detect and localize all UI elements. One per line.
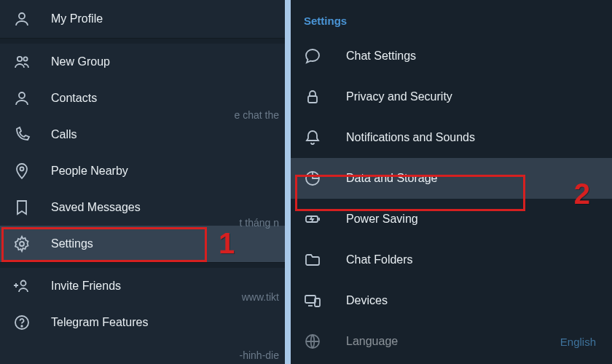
menu-item-label: Telegram Features: [51, 316, 148, 329]
devices-icon: [304, 292, 321, 309]
settings-item-label: Power Saving: [346, 213, 418, 226]
globe-icon: [304, 333, 321, 350]
menu-item-telegram-features[interactable]: Telegram Features: [0, 304, 285, 341]
settings-heading: Settings: [291, 0, 612, 36]
language-value: English: [560, 336, 599, 348]
folder-icon: [304, 251, 321, 269]
svg-point-5: [20, 242, 24, 246]
bookmark-icon: [13, 199, 31, 216]
menu-item-label: People Nearby: [51, 165, 128, 178]
menu-item-label: New Group: [51, 55, 110, 68]
bg-fragment: -hinh-die: [240, 349, 279, 361]
settings-item-label: Privacy and Security: [346, 90, 452, 103]
bell-icon: [304, 129, 321, 146]
settings-item-chat-folders[interactable]: Chat Folders: [291, 240, 612, 280]
group-icon: [13, 53, 31, 71]
svg-point-6: [21, 281, 26, 286]
settings-item-language[interactable]: Language English: [291, 321, 612, 362]
menu-item-label: Contacts: [51, 92, 97, 105]
profile-icon: [13, 10, 31, 28]
drawer-menu-list: My Profile New Group Contacts Calls: [0, 0, 285, 341]
gear-icon: [13, 235, 31, 253]
phone-icon: [13, 126, 31, 143]
settings-item-label: Language: [346, 335, 398, 348]
menu-item-label: Saved Messages: [51, 201, 141, 214]
menu-item-label: Calls: [51, 128, 77, 141]
menu-item-settings[interactable]: Settings: [0, 226, 285, 262]
lock-icon: [304, 88, 321, 106]
contact-icon: [13, 90, 31, 107]
add-user-icon: [13, 277, 31, 295]
pie-chart-icon: [304, 170, 321, 187]
svg-point-1: [17, 57, 22, 61]
settings-item-privacy[interactable]: Privacy and Security: [291, 76, 612, 117]
help-icon: [13, 314, 31, 331]
menu-divider: [0, 262, 285, 268]
nearby-icon: [13, 162, 31, 180]
menu-item-label: Settings: [51, 237, 93, 250]
settings-item-power-saving[interactable]: Power Saving: [291, 199, 612, 240]
svg-rect-9: [308, 96, 317, 103]
menu-item-invite-friends[interactable]: Invite Friends: [0, 268, 285, 304]
settings-item-label: Chat Folders: [346, 253, 413, 266]
svg-point-4: [20, 167, 24, 171]
chat-icon: [304, 47, 321, 65]
svg-point-0: [19, 13, 25, 19]
menu-item-saved-messages[interactable]: Saved Messages: [0, 189, 285, 226]
menu-divider: [0, 38, 285, 44]
svg-rect-12: [305, 296, 315, 303]
menu-item-calls[interactable]: Calls: [0, 116, 285, 153]
menu-item-people-nearby[interactable]: People Nearby: [0, 153, 285, 189]
svg-point-8: [21, 325, 23, 327]
settings-item-data-storage[interactable]: Data and Storage: [291, 158, 612, 199]
menu-item-label: Invite Friends: [51, 280, 121, 293]
settings-panel: Settings Chat Settings Privacy and Secur…: [288, 0, 612, 364]
settings-item-notifications[interactable]: Notifications and Sounds: [291, 117, 612, 158]
svg-point-2: [23, 57, 27, 60]
drawer-menu-panel: e chat the t tháng n www.tikt -hinh-die …: [0, 0, 288, 364]
annotation-step-2: 2: [574, 178, 590, 210]
menu-item-new-group[interactable]: New Group: [0, 44, 285, 80]
settings-item-label: Data and Storage: [346, 172, 437, 185]
settings-item-label: Notifications and Sounds: [346, 131, 475, 144]
settings-item-devices[interactable]: Devices: [291, 280, 612, 321]
settings-item-label: Devices: [346, 294, 388, 307]
settings-item-chat-settings[interactable]: Chat Settings: [291, 36, 612, 76]
settings-item-label: Chat Settings: [346, 50, 416, 63]
menu-item-contacts[interactable]: Contacts: [0, 80, 285, 116]
svg-point-3: [19, 92, 25, 98]
menu-item-label: My Profile: [51, 12, 103, 25]
battery-icon: [304, 210, 321, 228]
annotation-step-1: 1: [219, 227, 235, 260]
menu-item-my-profile[interactable]: My Profile: [0, 0, 285, 38]
